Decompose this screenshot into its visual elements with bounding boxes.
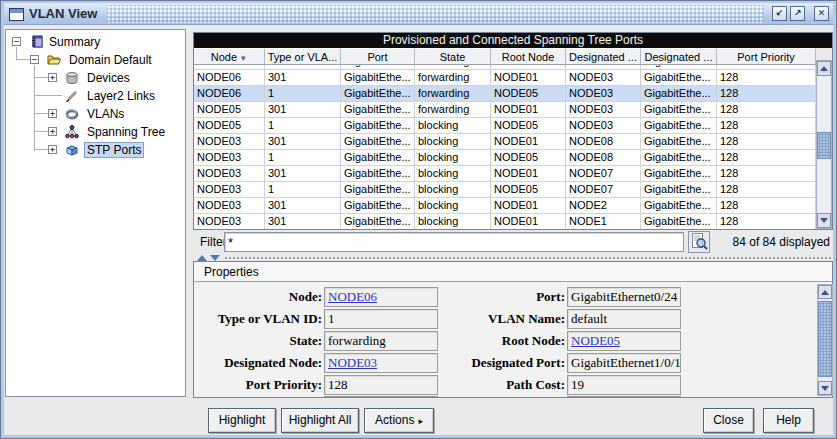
tree-connector-line (34, 149, 48, 150)
minimize-icon[interactable]: ↙ (772, 6, 787, 21)
scroll-down-button[interactable] (817, 213, 831, 228)
table-cell: 128 (717, 214, 816, 229)
tree-connector-line (34, 77, 48, 78)
highlight-button[interactable]: Highlight (208, 408, 276, 433)
tree-item-label[interactable]: Summary (46, 34, 103, 50)
actions-button[interactable]: Actions▸ (364, 408, 434, 433)
table-cell: 1 (265, 182, 341, 198)
column-header-0[interactable]: Node ▼ (194, 48, 265, 65)
table-vertical-scrollbar[interactable] (816, 60, 832, 229)
table-row[interactable]: NODE05301GigabitEthe...forwardingNODE01N… (194, 102, 816, 118)
table-cell: NODE07 (566, 166, 641, 182)
node-link[interactable]: NODE05 (571, 333, 620, 348)
property-label-right-3: Designated Port: (444, 353, 565, 373)
table-row[interactable]: NODE03301GigabitEthe...blockingNODE01NOD… (194, 198, 816, 214)
sidebar-item-layer2-links[interactable]: Layer2 Links (84, 87, 158, 105)
find-button[interactable] (688, 231, 710, 253)
property-value-right-1: default (567, 309, 681, 329)
filter-input[interactable] (224, 232, 684, 252)
splitter-divider (225, 257, 831, 259)
table-cell: GigabitEthe... (341, 166, 415, 182)
table-cell: NODE01 (491, 198, 566, 214)
sidebar-item-domain-default[interactable]: Domain Default (66, 51, 155, 69)
properties-vertical-scrollbar[interactable] (817, 284, 833, 396)
property-value-clipped-0 (324, 396, 438, 397)
scroll-down-button[interactable] (818, 381, 832, 395)
table-cell: GigabitEthe... (641, 118, 717, 134)
column-header-2[interactable]: Port (341, 48, 415, 65)
horizontal-splitter[interactable] (193, 254, 833, 261)
property-value-left-1: 1 (324, 309, 438, 329)
column-header-6[interactable]: Designated ... (641, 48, 717, 65)
property-label-left-2: State: (196, 331, 322, 351)
sidebar-item-vlans[interactable]: VLANs (84, 105, 127, 123)
table-row[interactable]: NODE031GigabitEthe...blockingNODE05NODE0… (194, 150, 816, 166)
property-value-right-3: GigabitEthernet1/0/18 (567, 353, 681, 373)
table-cell: 128 (717, 86, 816, 102)
tree-expander-icon-domain-default[interactable]: − (30, 55, 39, 64)
table-cell: NODE03 (194, 150, 265, 166)
table-cell: 301 (265, 198, 341, 214)
tree-expander-icon-vlans[interactable]: + (48, 109, 57, 118)
table-cell: NODE08 (566, 150, 641, 166)
tree-expander-icon-summary[interactable]: − (12, 37, 21, 46)
table-row[interactable]: NODE03301GigabitEthe...blockingNODE01NOD… (194, 214, 816, 229)
column-header-4[interactable]: Root Node (491, 48, 566, 65)
sidebar-item-devices[interactable]: Devices (84, 69, 133, 87)
close-button[interactable]: Close (703, 408, 754, 433)
property-label-left-0: Node: (196, 287, 322, 307)
window-titlebar[interactable]: VLAN View ↙ ↗ ✕ (4, 3, 833, 25)
table-cell: blocking (415, 118, 491, 134)
node-link[interactable]: NODE06 (328, 289, 377, 304)
tree-item-label[interactable]: Spanning Tree (84, 124, 168, 140)
column-header-5[interactable]: Designated ... (566, 48, 641, 65)
node-link[interactable]: NODE03 (328, 355, 377, 370)
tree-connector-line (34, 131, 48, 132)
tree-item-label[interactable]: VLANs (84, 106, 127, 122)
find-icon (691, 238, 708, 253)
table-row[interactable]: NODE06301GigabitEthe...forwardingNODE01N… (194, 70, 816, 86)
tree-expander-icon-devices[interactable]: + (48, 73, 57, 82)
tree-item-label[interactable]: STP Ports (84, 142, 144, 158)
column-header-7[interactable]: Port Priority (717, 48, 816, 65)
table-cell: GigabitEthe... (341, 150, 415, 166)
tree-item-label[interactable]: Devices (84, 70, 133, 86)
tree-expander-icon-spanning-tree[interactable]: + (48, 127, 57, 136)
table-row[interactable]: NODE03301GigabitEthe...blockingNODE01NOD… (194, 166, 816, 182)
tree-expander-icon-stp-ports[interactable]: + (48, 145, 57, 154)
help-button[interactable]: Help (763, 408, 814, 433)
scrollbar-thumb[interactable] (817, 132, 831, 159)
table-cell: GigabitEthe... (641, 134, 717, 150)
table-cell: GigabitEthe... (341, 102, 415, 118)
titlebar-texture (107, 5, 764, 23)
highlight-all-button[interactable]: Highlight All (281, 408, 359, 433)
maximize-icon[interactable]: ↗ (790, 6, 805, 21)
table-row[interactable]: NODE061GigabitEthe...forwardingNODE05NOD… (194, 86, 816, 102)
tree-item-label[interactable]: Domain Default (66, 52, 155, 68)
tree-item-label[interactable]: Layer2 Links (84, 88, 158, 104)
column-header-3[interactable]: State (415, 48, 491, 65)
scroll-up-button[interactable] (818, 285, 832, 299)
table-cell: GigabitEthe... (341, 214, 415, 229)
tree-connector-line (34, 95, 62, 96)
sidebar-item-summary[interactable]: Summary (46, 33, 103, 51)
column-header-1[interactable]: Type or VLA... (265, 48, 341, 65)
property-value-left-4: 128 (324, 375, 438, 395)
property-value-clipped-1 (567, 396, 681, 397)
property-label-left-3: Designated Node: (196, 353, 322, 373)
sidebar-item-stp-ports[interactable]: STP Ports (84, 141, 144, 159)
scrollbar-thumb[interactable] (818, 301, 832, 377)
table-row[interactable]: NODE031GigabitEthe...blockingNODE05NODE0… (194, 182, 816, 198)
sidebar-item-spanning-tree[interactable]: Spanning Tree (84, 123, 168, 141)
table-cell: NODE05 (194, 118, 265, 134)
actions-menu-arrow-icon: ▸ (418, 416, 423, 426)
table-row[interactable]: NODE051GigabitEthe...blockingNODE05NODE0… (194, 118, 816, 134)
table-row[interactable]: NODE03301GigabitEthe...blockingNODE01NOD… (194, 134, 816, 150)
table-cell: NODE05 (194, 102, 265, 118)
scroll-up-button[interactable] (817, 61, 831, 76)
property-label-right-1: VLAN Name: (444, 309, 565, 329)
table-cell: blocking (415, 134, 491, 150)
properties-title: Properties (194, 262, 832, 282)
property-label-right-2: Root Node: (444, 331, 565, 351)
close-icon[interactable]: ✕ (814, 6, 829, 21)
